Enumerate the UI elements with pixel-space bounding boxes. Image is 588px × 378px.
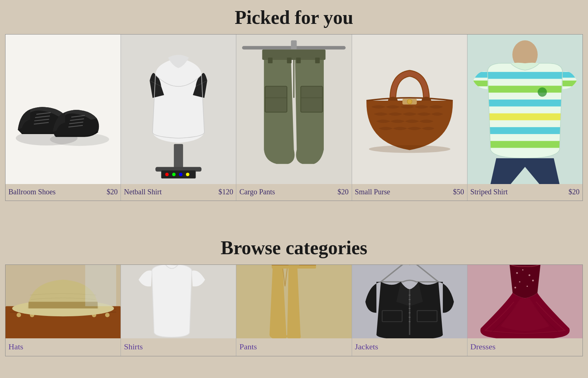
striped-svg [467, 35, 582, 184]
category-grid: Hats [5, 264, 583, 356]
product-name-small-purse: Small Purse [355, 188, 390, 196]
category-card-jackets[interactable]: Jackets [352, 265, 467, 356]
product-name-striped-shirt: Striped Shirt [470, 188, 508, 196]
svg-rect-39 [485, 114, 565, 120]
svg-point-33 [369, 145, 450, 153]
svg-rect-25 [268, 58, 273, 64]
hats-svg [6, 265, 121, 338]
product-name-cargo-pants: Cargo Pants [239, 188, 275, 196]
svg-rect-37 [485, 86, 565, 93]
product-image-cargo-pants [236, 35, 351, 184]
category-image-shirts [121, 265, 236, 338]
product-image-striped-shirt [467, 35, 582, 184]
category-label-hats: Hats [6, 338, 121, 356]
browse-section: Browse categories [0, 230, 588, 356]
product-name-netball-shirt: Netball Shirt [124, 188, 162, 196]
picked-section: Picked for you [0, 0, 588, 201]
svg-rect-36 [485, 72, 565, 79]
category-card-hats[interactable]: Hats [6, 265, 121, 356]
svg-point-16 [186, 173, 189, 176]
svg-rect-43 [470, 80, 491, 86]
category-image-pants [236, 265, 351, 338]
svg-point-14 [172, 173, 176, 176]
product-info-cargo-pants: Cargo Pants $20 [236, 184, 351, 201]
svg-rect-40 [485, 127, 565, 134]
shoes-svg [6, 72, 121, 146]
shirts-category-svg [121, 265, 236, 338]
svg-rect-59 [289, 265, 300, 266]
product-grid: Ballroom Shoes $20 [5, 34, 583, 201]
category-label-pants: Pants [236, 338, 351, 356]
product-card-small-purse[interactable]: Small Purse $50 [352, 35, 467, 201]
dresses-svg [467, 265, 582, 338]
svg-rect-56 [85, 265, 116, 306]
cargo-svg [236, 35, 351, 184]
product-image-netball-shirt [121, 35, 236, 184]
category-label-shirts: Shirts [121, 338, 236, 356]
category-card-pants[interactable]: Pants [236, 265, 352, 356]
browse-categories-title: Browse categories [5, 230, 583, 264]
product-card-striped-shirt[interactable]: Striped Shirt $20 [467, 35, 582, 201]
netball-svg [121, 40, 236, 179]
category-card-shirts[interactable]: Shirts [121, 265, 236, 356]
product-price-ballroom-shoes: $20 [107, 188, 118, 196]
category-card-dresses[interactable]: Dresses [467, 265, 582, 356]
svg-rect-23 [301, 86, 323, 112]
svg-point-83 [514, 287, 516, 288]
product-price-netball-shirt: $120 [218, 188, 233, 196]
category-image-dresses [467, 265, 582, 338]
product-name-ballroom-shoes: Ballroom Shoes [8, 188, 55, 196]
product-image-small-purse [352, 35, 467, 184]
page-wrapper: Picked for you [0, 0, 588, 378]
svg-rect-26 [287, 58, 292, 64]
jackets-svg [352, 265, 467, 338]
product-info-netball-shirt: Netball Shirt $120 [121, 184, 236, 201]
product-info-small-purse: Small Purse $50 [352, 184, 467, 201]
product-image-ballroom-shoes [6, 35, 121, 184]
svg-rect-41 [485, 141, 565, 148]
svg-point-82 [527, 285, 528, 287]
svg-point-81 [532, 280, 534, 281]
product-price-cargo-pants: $20 [338, 188, 349, 196]
svg-rect-21 [265, 86, 287, 112]
svg-point-50 [17, 313, 21, 317]
svg-rect-45 [559, 80, 580, 86]
svg-point-53 [105, 313, 110, 317]
svg-point-32 [407, 99, 412, 104]
svg-rect-38 [485, 100, 565, 107]
svg-point-13 [165, 173, 169, 176]
svg-point-80 [519, 281, 520, 282]
svg-rect-28 [315, 58, 320, 64]
svg-point-46 [538, 87, 547, 97]
category-label-dresses: Dresses [467, 338, 582, 356]
svg-rect-27 [296, 58, 301, 64]
product-price-small-purse: $50 [453, 188, 464, 196]
svg-point-78 [522, 269, 524, 271]
bottom-spacer [0, 356, 588, 378]
category-image-jackets [352, 265, 467, 338]
svg-point-15 [179, 173, 182, 176]
product-info-ballroom-shoes: Ballroom Shoes $20 [6, 184, 121, 201]
svg-point-77 [516, 272, 518, 274]
svg-rect-18 [291, 40, 297, 50]
svg-point-79 [528, 274, 530, 276]
product-card-cargo-pants[interactable]: Cargo Pants $20 [236, 35, 352, 201]
purse-svg [352, 61, 467, 157]
picked-for-you-title: Picked for you [5, 0, 583, 34]
product-card-netball-shirt[interactable]: Netball Shirt $120 [121, 35, 236, 201]
product-card-ballroom-shoes[interactable]: Ballroom Shoes $20 [6, 35, 121, 201]
product-info-striped-shirt: Striped Shirt $20 [467, 184, 582, 201]
category-image-hats [6, 265, 121, 338]
category-label-jackets: Jackets [352, 338, 467, 356]
pants-category-svg [236, 265, 351, 338]
product-price-striped-shirt: $20 [569, 188, 580, 196]
